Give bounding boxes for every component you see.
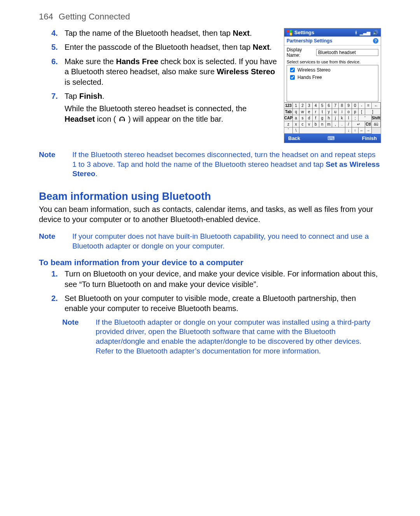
note-disconnect: Note If the Bluetooth stereo headset bec… [39,150,381,179]
signal-icon: ▁▃▅ [360,30,370,35]
svg-rect-1 [124,119,125,121]
sip-toggle-icon[interactable]: ⌨ [300,135,362,141]
device-screenshot: Settings ᚼ ▁▃▅ 🔊 Partnership Settings ? … [284,28,381,143]
softkey-back[interactable]: Back [288,135,300,141]
wireless-stereo-checkbox[interactable] [290,68,295,72]
note-body: If your computer does not have built-in … [72,232,381,251]
note-body: If the Bluetooth adapter or dongle on yo… [96,318,381,356]
chapter-title: Getting Connected [59,12,130,21]
subsection-heading: To beam information from your device to … [39,258,381,267]
step-7: 7. Tap Finish. While the Bluetooth stere… [62,91,277,125]
page: 164 Getting Connected 4. Tap the name of… [0,0,420,380]
section-intro: You can beam information, such as contac… [39,204,381,225]
note-label: Note [62,318,83,356]
softkey-finish[interactable]: Finish [362,135,377,141]
device-titlebar: Settings ᚼ ▁▃▅ 🔊 [284,28,381,37]
headset-icon [118,115,126,125]
step-number: 4. [51,28,58,38]
svg-point-2 [121,119,122,121]
svg-rect-0 [119,119,121,121]
note-label: Note [39,232,60,251]
sub-step-1: 1. Turn on Bluetooth on your device, and… [62,269,381,289]
display-name-input[interactable] [316,49,378,56]
display-name-label: Display Name: [287,47,313,58]
volume-icon: 🔊 [373,30,378,35]
step-6: 6. Make sure the Hands Free check box is… [62,56,277,87]
step-number: 6. [51,56,58,66]
note-body: If the Bluetooth stereo headset becomes … [72,150,381,179]
step-4: 4. Tap the name of the Bluetooth headset… [62,28,277,38]
page-number: 164 [39,12,53,21]
step-number: 5. [51,42,58,52]
help-icon[interactable]: ? [373,38,378,44]
service-wireless-stereo[interactable]: Wireless Stereo [289,66,376,73]
step-number: 7. [51,91,58,101]
soft-keyboard[interactable]: 123 1 2 3 4 5 6 7 8 9 0 - = ← Tab q w e … [284,102,381,134]
kb-key[interactable]: 123 [284,103,293,109]
device-softkey-bar: Back ⌨ Finish [284,134,381,143]
step-number: 2. [51,293,58,303]
services-list: Wireless Stereo Hands Free [287,65,378,101]
device-subtitle: Partnership Settings ? [284,37,381,45]
step-list: 4. Tap the name of the Bluetooth headset… [39,28,277,125]
step-7-followup: While the Bluetooth stereo headset is co… [65,103,277,125]
hands-free-checkbox[interactable] [290,75,295,80]
note-label: Note [39,150,60,179]
sub-step-list: 1. Turn on Bluetooth on your device, and… [39,269,381,314]
step-5: 5. Enter the passcode of the Bluetooth h… [62,42,277,52]
note-driver: Note If the Bluetooth adapter or dongle … [39,318,381,356]
services-label: Select services to use from this device. [287,59,378,64]
device-title-text: Settings [294,30,314,35]
section-heading: Beam information using Bluetooth [39,191,381,203]
step-number: 1. [51,269,58,279]
sub-step-2: 2. Set Bluetooth on your computer to vis… [62,293,381,314]
windows-flag-icon [287,30,292,35]
steps-column: 4. Tap the name of the Bluetooth headset… [39,28,277,129]
running-head: 164 Getting Connected [39,12,381,22]
note-adapter: Note If your computer does not have buil… [39,232,381,251]
service-hands-free[interactable]: Hands Free [289,74,376,81]
spacebar-key[interactable] [299,128,345,134]
bluetooth-icon: ᚼ [355,30,357,35]
